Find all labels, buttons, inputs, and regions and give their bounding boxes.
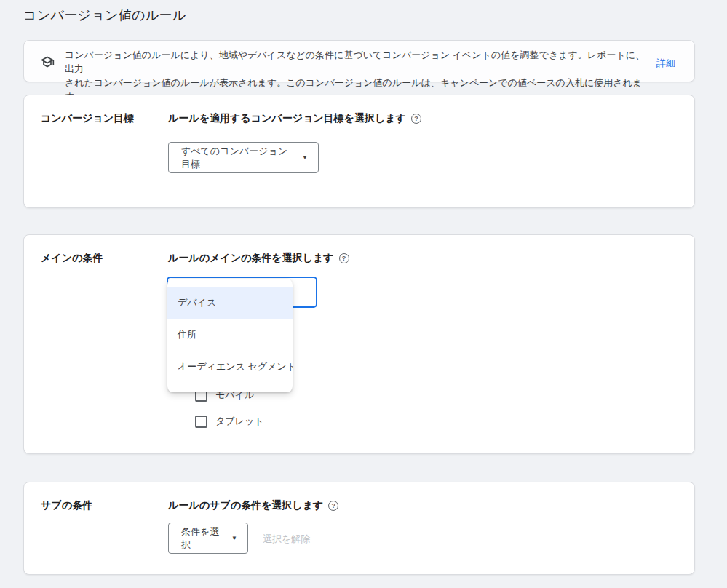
secondary-condition-heading: ルールのサブの条件を選択します ?	[168, 499, 338, 512]
checkbox-label: タブレット	[215, 415, 264, 428]
banner-line-1: コンバージョン値のルールにより、地域やデバイスなどの条件に基づいてコンバージョン…	[65, 48, 647, 76]
primary-condition-heading: ルールのメインの条件を選択します ?	[168, 252, 349, 265]
secondary-condition-heading-text: ルールのサブの条件を選択します	[168, 499, 323, 512]
secondary-condition-dropdown[interactable]: 条件を選択 ▼	[168, 523, 248, 554]
conversion-goal-heading-text: ルールを適用するコンバージョン目標を選択します	[168, 112, 406, 125]
menu-item-audience-segment[interactable]: オーディエンス セグメント	[167, 351, 293, 383]
school-icon	[40, 55, 55, 69]
conversion-goal-label: コンバージョン目標	[41, 112, 134, 125]
clear-selection-label: 選択を解除	[263, 533, 310, 546]
conversion-value-rules-page: コンバージョン値のルール コンバージョン値のルールにより、地域やデバイスなどの条…	[0, 0, 727, 588]
conversion-goal-dropdown-value: すべてのコンバージョン目標	[181, 145, 295, 171]
chevron-down-icon: ▼	[302, 155, 308, 161]
condition-dropdown-menu: デバイス 住所 オーディエンス セグメント	[167, 279, 293, 392]
conversion-goal-dropdown[interactable]: すべてのコンバージョン目標 ▼	[168, 142, 319, 173]
chevron-down-icon: ▼	[231, 536, 237, 541]
details-link[interactable]: 詳細	[656, 57, 675, 70]
checkbox-icon[interactable]	[195, 416, 207, 428]
menu-item-location[interactable]: 住所	[167, 319, 293, 351]
primary-condition-label: メインの条件	[41, 252, 103, 265]
device-option-tablet[interactable]: タブレット	[195, 415, 264, 428]
page-title: コンバージョン値のルール	[23, 7, 186, 24]
menu-item-device[interactable]: デバイス	[167, 287, 293, 319]
primary-condition-card: メインの条件 ルールのメインの条件を選択します ? モバイル タブレット デバイ…	[23, 234, 695, 454]
help-icon[interactable]: ?	[328, 501, 338, 511]
conversion-goal-card: コンバージョン目標 ルールを適用するコンバージョン目標を選択します ? すべての…	[23, 95, 695, 208]
info-banner: コンバージョン値のルールにより、地域やデバイスなどの条件に基づいてコンバージョン…	[23, 40, 695, 82]
help-icon[interactable]: ?	[339, 253, 349, 263]
secondary-condition-dropdown-value: 条件を選択	[181, 525, 224, 552]
conversion-goal-heading: ルールを適用するコンバージョン目標を選択します ?	[168, 112, 421, 125]
secondary-condition-card: サブの条件 ルールのサブの条件を選択します ? 条件を選択 ▼ 選択を解除	[23, 482, 695, 575]
secondary-condition-label: サブの条件	[41, 499, 92, 512]
primary-condition-heading-text: ルールのメインの条件を選択します	[168, 252, 334, 265]
help-icon[interactable]: ?	[411, 114, 421, 124]
